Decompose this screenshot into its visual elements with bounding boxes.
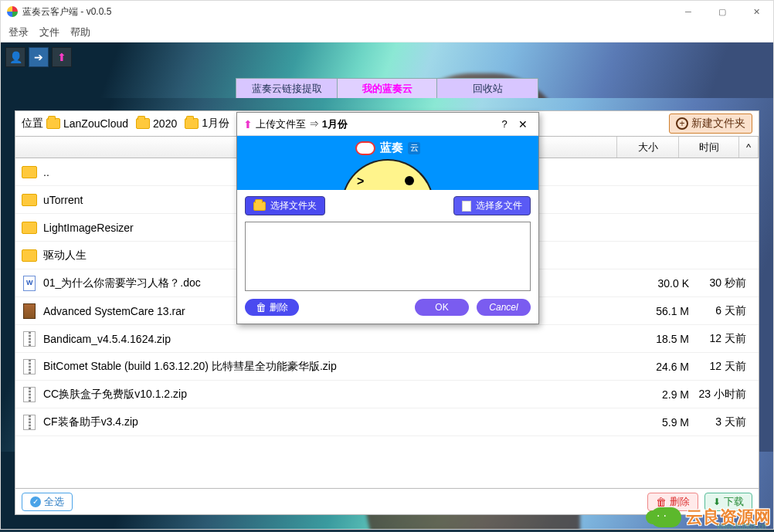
rar-icon xyxy=(22,303,37,319)
file-row[interactable]: CC换肤盒子免费版v10.1.2.zip2.9 M23 小时前 xyxy=(15,381,759,408)
file-size: 30.0 K xyxy=(632,277,692,290)
file-size: 18.5 M xyxy=(632,333,692,345)
folder-icon xyxy=(185,118,199,129)
upload-queue-list[interactable] xyxy=(245,222,531,291)
dialog-dest: 1月份 xyxy=(322,117,348,131)
zip-icon xyxy=(22,387,37,402)
file-row[interactable]: BitComet Stable (build 1.63.12.20) 比特彗星全… xyxy=(15,353,759,381)
file-time: 30 秒前 xyxy=(692,276,752,290)
trash-icon: 🗑 xyxy=(256,301,266,313)
select-multi-file-button[interactable]: 选择多文件 xyxy=(453,196,531,215)
tab-my-cloud[interactable]: 我的蓝奏云 xyxy=(337,79,437,98)
select-folder-button[interactable]: 选择文件夹 xyxy=(245,196,325,215)
app-logo-icon xyxy=(7,6,18,17)
toolbar-strip: 👤 ➔ ⬆ 蓝奏云链接提取 我的蓝奏云 回收站 xyxy=(1,42,773,98)
dialog-delete-button[interactable]: 🗑 删除 xyxy=(245,299,299,316)
menu-help[interactable]: 帮助 xyxy=(70,25,90,39)
file-name: CC换肤盒子免费版v10.1.2.zip xyxy=(43,388,632,402)
select-all-button[interactable]: ✓ 全选 xyxy=(22,493,73,511)
file-time: 12 天前 xyxy=(692,332,752,346)
folder-icon xyxy=(22,220,37,236)
minimize-button[interactable]: ─ xyxy=(671,1,705,22)
tab-link-extract[interactable]: 蓝奏云链接提取 xyxy=(236,79,337,98)
nav-forward-icon[interactable]: ➔ xyxy=(29,47,49,67)
new-folder-button[interactable]: + 新建文件夹 xyxy=(669,114,752,134)
menu-login[interactable]: 登录 xyxy=(8,25,29,39)
file-time: 23 小时前 xyxy=(692,388,752,402)
menubar: 登录 文件 帮助 xyxy=(1,22,773,42)
cloud-icon xyxy=(355,141,375,155)
breadcrumb-item-1[interactable]: 2020 xyxy=(136,117,177,130)
window-title: 蓝奏云客户端 - v0.0.5 xyxy=(22,5,111,19)
close-button[interactable]: ✕ xyxy=(739,1,773,22)
col-size[interactable]: 大小 xyxy=(617,137,679,158)
upload-arrow-icon: ⬆ xyxy=(243,118,253,130)
brand-text: 蓝奏 xyxy=(380,141,403,155)
account-icon[interactable]: 👤 xyxy=(5,47,25,67)
watermark-url: www.kubbs.cn xyxy=(717,522,766,530)
zip-icon xyxy=(22,359,37,374)
folder-icon xyxy=(46,118,60,129)
file-row[interactable]: Bandicam_v4.5.4.1624.zip18.5 M12 天前 xyxy=(15,325,759,353)
dialog-titlebar: ⬆ 上传文件至 ⇒ 1月份 ? ✕ xyxy=(237,113,538,136)
file-time: 12 天前 xyxy=(692,360,752,374)
file-name: BitComet Stable (build 1.63.12.20) 比特彗星全… xyxy=(43,360,632,374)
check-icon: ✓ xyxy=(30,496,41,507)
breadcrumb-item-0[interactable]: LanZouCloud xyxy=(46,117,128,130)
plus-circle-icon: + xyxy=(676,117,688,130)
watermark-cloud-icon xyxy=(650,507,681,527)
footer-bar: ✓ 全选 🗑 删除 ⬇ 下载 xyxy=(15,489,759,515)
file-size: 24.6 M xyxy=(632,361,692,373)
zip-icon xyxy=(22,415,37,430)
dialog-cancel-button[interactable]: Cancel xyxy=(477,299,531,316)
file-name: Bandicam_v4.5.4.1624.zip xyxy=(43,333,632,345)
file-size: 2.9 M xyxy=(632,388,692,401)
upload-icon[interactable]: ⬆ xyxy=(52,47,72,67)
watermark: 云良资源网 www.kubbs.cn xyxy=(650,506,771,529)
dialog-close-button[interactable]: ✕ xyxy=(514,118,532,130)
zip-icon xyxy=(22,331,37,347)
file-size: 5.9 M xyxy=(632,416,692,429)
breadcrumb-label: 位置 xyxy=(22,117,43,130)
breadcrumb-item-2[interactable]: 1月份 xyxy=(185,117,229,130)
brand-badge: 蓝奏 云 xyxy=(355,141,420,155)
titlebar: 蓝奏云客户端 - v0.0.5 ─ ▢ ✕ xyxy=(1,1,773,22)
dialog-title-text: 上传文件至 ⇒ xyxy=(256,117,319,131)
folder-icon xyxy=(253,202,266,211)
inner-tabs: 蓝奏云链接提取 我的蓝奏云 回收站 xyxy=(236,78,538,98)
file-row[interactable]: CF装备助手v3.4.zip5.9 M3 天前 xyxy=(15,408,759,436)
dialog-banner: 蓝奏 云 xyxy=(237,136,538,190)
folder-icon xyxy=(22,248,37,263)
file-name: CF装备助手v3.4.zip xyxy=(43,415,632,429)
file-time: 3 天前 xyxy=(692,415,752,429)
col-scroll-spacer: ^ xyxy=(739,137,759,158)
upload-dialog: ⬆ 上传文件至 ⇒ 1月份 ? ✕ 蓝奏 云 选择文件夹 选择多文件 🗑 删除 … xyxy=(236,112,539,324)
dialog-help-button[interactable]: ? xyxy=(495,118,514,130)
dialog-ok-button[interactable]: OK xyxy=(415,299,469,316)
doc-icon xyxy=(22,276,37,291)
file-time: 6 天前 xyxy=(692,304,752,318)
folder-icon xyxy=(22,164,37,180)
brand-suffix: 云 xyxy=(408,142,420,154)
folder-icon xyxy=(136,118,150,129)
mascot-face-icon xyxy=(341,159,434,190)
maximize-button[interactable]: ▢ xyxy=(705,1,739,22)
file-size: 56.1 M xyxy=(632,305,692,317)
document-icon xyxy=(462,201,471,212)
folder-icon xyxy=(22,192,37,208)
col-time[interactable]: 时间 xyxy=(679,137,739,158)
menu-file[interactable]: 文件 xyxy=(39,25,59,39)
tab-recycle[interactable]: 回收站 xyxy=(437,79,538,98)
